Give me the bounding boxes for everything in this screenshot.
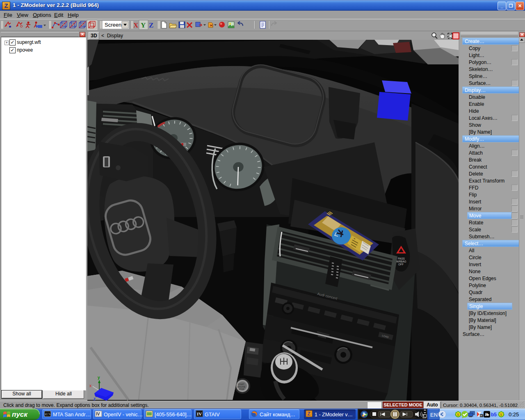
svg-text:IV: IV <box>197 411 202 416</box>
svg-text:Z: Z <box>307 411 310 417</box>
svg-text:y: y <box>98 375 100 380</box>
svg-text:R: R <box>484 412 488 417</box>
svg-text:AIRBAG: AIRBAG <box>396 260 406 263</box>
svg-text:z: z <box>94 397 96 401</box>
svg-text:c:\: c:\ <box>45 413 50 416</box>
svg-text:1 - ZModeler v…: 1 - ZModeler v… <box>315 412 353 418</box>
svg-text:OpenIV - vehic…: OpenIV - vehic… <box>104 412 143 418</box>
svg-text:IV: IV <box>96 412 100 416</box>
svg-text:Сайт команд…: Сайт команд… <box>260 412 295 418</box>
svg-text:X: X <box>133 21 139 29</box>
svg-text:STOP: STOP <box>239 388 244 390</box>
svg-text:Screen: Screen <box>105 22 121 28</box>
svg-text:Y: Y <box>141 21 146 29</box>
svg-text:0:25: 0:25 <box>509 411 519 418</box>
svg-text:[405-556-640]…: [405-556-640]… <box>155 412 192 418</box>
svg-text:Z: Z <box>149 21 153 29</box>
svg-text:пуск: пуск <box>12 411 28 418</box>
svg-text:MTA San Andr…: MTA San Andr… <box>53 412 91 418</box>
svg-text:OFF: OFF <box>398 263 404 266</box>
svg-text:b5: b5 <box>491 412 497 418</box>
svg-text:GTAIV: GTAIV <box>205 412 220 418</box>
svg-text:EN: EN <box>430 412 438 418</box>
svg-text:PASS: PASS <box>398 257 405 260</box>
svg-text:x: x <box>89 383 91 388</box>
